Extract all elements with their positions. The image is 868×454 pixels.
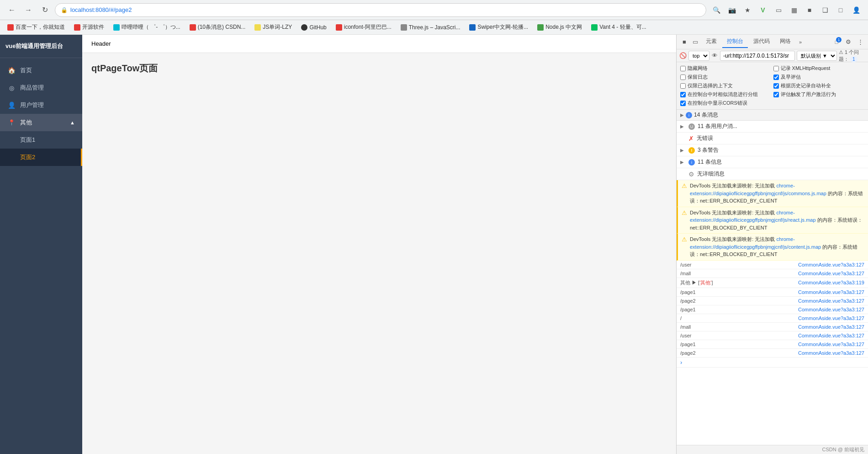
log-row-page1-1[interactable]: /page1 CommonAside.vue?a3a3:127 [677,288,868,297]
log-link[interactable]: CommonAside.vue?a3a3:127 [798,350,864,356]
bilibili-favicon [113,24,120,31]
puzzle-icon-btn[interactable]: ■ [803,4,816,16]
log-link[interactable]: CommonAside.vue?a3a3:127 [798,333,864,338]
grid-icon-btn[interactable]: ❑ [819,4,831,16]
log-link[interactable]: CommonAside.vue?a3a3:127 [798,315,864,321]
settings-eager-eval[interactable]: 及早评估 [773,74,865,80]
forward-button[interactable]: → [22,4,35,16]
refresh-button[interactable]: ↻ [38,4,51,16]
log-row-page2-1[interactable]: /page2 CommonAside.vue?a3a3:127 [677,297,868,305]
star-icon-btn[interactable]: ★ [741,4,754,16]
console-section-no-errors-header[interactable]: ✗ 无错误 [677,133,868,144]
log-level-select[interactable]: 默认级别 ▼ [797,51,837,61]
devtools-issues-icon[interactable]: □ 1 [831,37,842,47]
log-link[interactable]: CommonAside.vue?a3a3:127 [798,324,864,330]
log-row-page1-2[interactable]: /page1 CommonAside.vue?a3a3:127 [677,305,868,314]
bookmark-csdn[interactable]: (10条消息) CSDN... [186,22,249,32]
vimium-icon-btn[interactable]: V [757,4,769,16]
console-section-user-header[interactable]: ▶ U 11 条用用户消... [677,121,868,132]
log-row-more[interactable]: › [677,358,868,368]
tab-icon-btn[interactable]: □ [834,4,847,16]
log-xhr-checkbox[interactable] [773,66,779,71]
eager-eval-checkbox[interactable] [773,75,779,80]
profile-icon-btn[interactable]: 👤 [850,4,863,16]
settings-autocomplete[interactable]: 根据历史记录自动补全 [773,82,865,89]
console-filter-input[interactable] [720,51,795,61]
bookmark-threejs[interactable]: Three.js – JavaScri... [397,23,464,32]
sidebar-item-home[interactable]: 🏠 首页 [0,62,82,79]
devtools-more-icon[interactable]: ⋮ [855,37,865,47]
devtools-tab-console[interactable]: 控制台 [722,36,748,48]
log-row-root[interactable]: / CommonAside.vue?a3a3:127 [677,314,868,323]
devtools-settings-icon[interactable]: ⚙ [843,37,853,47]
sidebar-item-products[interactable]: ◎ 商品管理 [0,79,82,96]
search-icon-btn[interactable]: 🔍 [710,4,723,16]
warning-link[interactable]: chrome-extension://dipiagiioflicicegpgff… [690,236,821,250]
settings-preserve-log[interactable]: 保留日志 [680,74,772,80]
console-section-warnings-header[interactable]: ▶ ! 3 条警告 [677,144,868,156]
settings-user-activation[interactable]: 评估触发了用户激活行为 [773,91,865,98]
devtools-device-icon[interactable]: ▭ [690,37,700,47]
log-link[interactable]: CommonAside.vue?a3a3:127 [798,271,864,276]
log-row-mall[interactable]: /mall CommonAside.vue?a3a3:127 [677,269,868,278]
back-button[interactable]: ← [5,4,18,16]
extensions-icon-btn[interactable]: ▦ [788,4,800,16]
bookmark-bilibili[interactable]: 哔哩哔哩（ ゜- ゜）つ... [110,22,184,32]
log-row-page2-2[interactable]: /page2 CommonAside.vue?a3a3:127 [677,349,868,358]
settings-group-similar[interactable]: 在控制台中对相似消息进行分组 [680,91,772,98]
screenshot-icon-btn[interactable]: 📷 [725,4,738,16]
top-select[interactable]: top [688,51,709,61]
warning-link[interactable]: chrome-extension://dipiagiioflicicegpgff… [690,183,826,196]
bookmark-opensource[interactable]: 开源软件 [70,22,108,32]
bookmark-swiper[interactable]: Swiper中文网-轮播... [466,22,532,32]
console-warning-2[interactable]: ⚠ DevTools 无法加载来源映射: 无法加载 chrome-extensi… [677,207,868,234]
bookmark-nodejs[interactable]: Node.js 中文网 [534,22,586,32]
console-clear-icon[interactable]: 🚫 [679,51,687,61]
log-row-user-2[interactable]: /user CommonAside.vue?a3a3:127 [677,331,868,340]
console-eye-icon[interactable]: 👁 [711,51,718,61]
autocomplete-checkbox[interactable] [773,83,779,89]
devtools-inspect-icon[interactable]: ■ [679,37,689,47]
devtools-tab-sources[interactable]: 源代码 [749,36,774,48]
log-link[interactable]: CommonAside.vue?a3a3:127 [798,298,864,304]
log-link[interactable]: CommonAside.vue?a3a3:119 [798,280,864,285]
sidebar-item-page1[interactable]: 页面1 [0,131,82,149]
hide-network-checkbox[interactable] [680,66,686,71]
log-link[interactable]: CommonAside.vue?a3a3:127 [798,262,864,267]
sidebar-item-users[interactable]: 👤 用户管理 [0,96,82,114]
cast-icon-btn[interactable]: ▭ [772,4,785,16]
settings-log-xhr[interactable]: 记录 XMLHttpRequest [773,65,865,72]
console-warning-3[interactable]: ⚠ DevTools 无法加载来源映射: 无法加载 chrome-extensi… [677,234,868,261]
settings-hide-network[interactable]: 隐藏网络 [680,65,772,72]
group-similar-checkbox[interactable] [680,92,686,97]
bookmark-js[interactable]: JS单词-LZY [251,22,296,32]
bookmark-github[interactable]: GitHub [297,23,330,32]
bookmark-vant[interactable]: Vant 4 - 轻量、可... [587,22,650,32]
log-link[interactable]: CommonAside.vue?a3a3:127 [798,289,864,295]
settings-selected-context[interactable]: 仅限已选择的上下文 [680,82,772,89]
log-row-page1-3[interactable]: /page1 CommonAside.vue?a3a3:127 [677,340,868,349]
console-section-info-header[interactable]: ▶ i 11 条信息 [677,156,868,168]
settings-cors-errors[interactable]: 在控制台中显示CORS错误 [680,100,864,107]
log-link[interactable]: CommonAside.vue?a3a3:127 [798,342,864,347]
bookmark-baidu[interactable]: 百度一下，你就知道 [4,22,69,32]
preserve-log-checkbox[interactable] [680,75,686,80]
cors-errors-checkbox[interactable] [680,101,686,106]
log-row-other[interactable]: 其他 ▶ ['其他'] CommonAside.vue?a3a3:119 [677,278,868,288]
selected-context-checkbox[interactable] [680,83,686,89]
url-input[interactable] [70,6,700,13]
devtools-tab-network[interactable]: 网络 [775,36,795,48]
warning-link[interactable]: chrome-extension://dipiagiioflicicegpgff… [690,210,816,223]
console-section-no-details-header[interactable]: ⚙ 无详细消息 [677,168,868,180]
log-row-user[interactable]: /user CommonAside.vue?a3a3:127 [677,261,868,269]
sidebar-item-page2[interactable]: 页面2 [0,149,82,166]
bookmark-iconfont[interactable]: iconfont-阿里巴巴... [332,22,395,32]
devtools-tab-more[interactable]: » [796,37,804,47]
address-bar[interactable]: 🔒 [55,3,706,17]
devtools-tab-elements[interactable]: 元素 [701,36,721,48]
log-link[interactable]: CommonAside.vue?a3a3:127 [798,307,864,312]
log-row-mall-2[interactable]: /mall CommonAside.vue?a3a3:127 [677,323,868,331]
sidebar-item-other[interactable]: 📍 其他 ▲ [0,114,82,131]
console-warning-1[interactable]: ⚠ DevTools 无法加载来源映射: 无法加载 chrome-extensi… [677,180,868,207]
user-activation-checkbox[interactable] [773,92,779,97]
